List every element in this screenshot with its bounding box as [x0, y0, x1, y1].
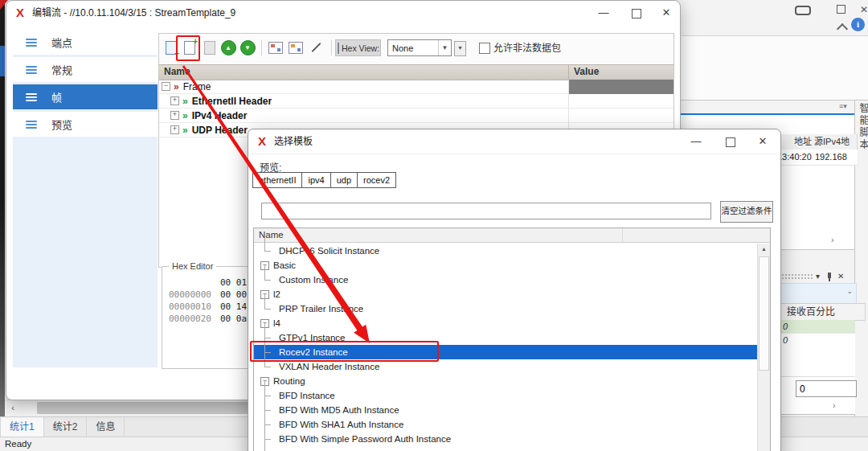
- template-item[interactable]: BFD Instance: [254, 388, 758, 403]
- vertical-scrollbar[interactable]: ▲: [757, 244, 770, 451]
- hex-view-select[interactable]: None ▼: [387, 39, 452, 56]
- template-item[interactable]: [254, 446, 758, 451]
- addr-column-header[interactable]: 地址: [776, 134, 815, 150]
- tree-line: [264, 403, 275, 417]
- template-item[interactable]: PRP Trailer Instance: [254, 301, 758, 316]
- smart-script-side-tab[interactable]: 智能脚本: [857, 103, 868, 151]
- src-ipv4-column-header[interactable]: 源IPv4地: [812, 134, 858, 150]
- titlebar[interactable]: X 编辑流 - //10.0.11.104/3/15 : StreamTempl…: [6, 1, 680, 25]
- recv-row[interactable]: 0: [776, 320, 855, 334]
- move-down-button[interactable]: ▼: [239, 38, 256, 57]
- recv-value-input[interactable]: [796, 380, 857, 397]
- expander-icon[interactable]: +: [170, 125, 179, 134]
- insert-template-button[interactable]: +: [181, 38, 199, 57]
- value-column-header[interactable]: Value: [568, 65, 674, 80]
- maximize-button[interactable]: [632, 9, 641, 18]
- hex-view-value: None: [388, 43, 438, 53]
- add-header-button[interactable]: +: [162, 38, 180, 57]
- allow-invalid-checkbox[interactable]: [479, 43, 490, 54]
- combo-extra-button[interactable]: ▼: [454, 41, 466, 56]
- template-item-label: DHCPv6 Solicit Instance: [279, 246, 379, 256]
- app-left-accent: [0, 46, 5, 76]
- show-fields-button[interactable]: [287, 38, 305, 57]
- dock-menu-icon[interactable]: ▾: [816, 272, 820, 281]
- sidebar-item-2[interactable]: 常规: [13, 57, 158, 82]
- pin-icon[interactable]: [828, 273, 831, 278]
- app-minimize-button[interactable]: [795, 6, 811, 15]
- bottom-tab-1[interactable]: 统计1: [0, 417, 44, 437]
- hex-offset: 00000020: [169, 313, 220, 325]
- app-logo-icon: X: [16, 1, 24, 25]
- dialog-title: 选择模板: [274, 129, 313, 154]
- dialog-titlebar[interactable]: X 选择模板 — ✕: [248, 129, 780, 154]
- close-button[interactable]: ✕: [654, 1, 678, 25]
- screen: ✕ i ≡▾ 智能脚本 地址 源IPv4地 13:40:20 192.168 ›…: [0, 0, 868, 451]
- scroll-left-button[interactable]: ‹: [6, 401, 19, 415]
- sidebar-item-3[interactable]: 帧: [13, 84, 158, 109]
- template-item[interactable]: Custom Instance: [254, 273, 758, 287]
- tree-row[interactable]: +»EthernetII Header: [159, 94, 674, 109]
- app-close-button[interactable]: ✕: [858, 4, 868, 15]
- template-item[interactable]: BFD With SHA1 Auth Instance: [254, 417, 758, 432]
- expander-icon[interactable]: −: [162, 82, 170, 91]
- template-item[interactable]: BFD With MD5 Auth Instance: [254, 403, 758, 417]
- sidebar-item-1[interactable]: 端点: [13, 30, 158, 55]
- list-header[interactable]: Name: [254, 228, 770, 243]
- value-cell[interactable]: [568, 94, 674, 109]
- template-item[interactable]: BFD With Simple Password Auth Instance: [254, 432, 758, 446]
- template-item-label: VXLAN Header Instance: [279, 362, 379, 371]
- scrollbar-thumb[interactable]: [759, 256, 769, 371]
- template-item[interactable]: −l4: [254, 316, 758, 330]
- dialog-close-button[interactable]: ✕: [751, 129, 775, 154]
- bottom-tab-3[interactable]: 信息: [87, 417, 125, 437]
- tree-line: [264, 446, 275, 451]
- dialog-maximize-button[interactable]: [726, 137, 735, 147]
- hex-rows[interactable]: 0000000000 00 00000001000 14 00000002000…: [169, 289, 257, 325]
- arrow-down-icon: ▼: [240, 40, 256, 55]
- info-icon[interactable]: i: [851, 18, 865, 31]
- tree-line: [264, 273, 275, 287]
- scroll-right-icon[interactable]: ›: [831, 235, 834, 244]
- minimize-button[interactable]: —: [592, 1, 616, 25]
- recv-percent-column-header[interactable]: 接收百分比: [776, 303, 866, 321]
- clear-filter-button[interactable]: 清空过滤条件: [720, 201, 773, 223]
- dialog-minimize-button[interactable]: —: [684, 129, 708, 154]
- collapse-ribbon-icon[interactable]: [837, 23, 848, 35]
- template-item[interactable]: −Routing: [254, 374, 758, 388]
- tree-row[interactable]: +»IPv4 Header: [159, 109, 674, 123]
- move-up-button[interactable]: ▲: [219, 38, 237, 57]
- hex-view-chip[interactable]: Hex View:: [335, 39, 381, 56]
- bottom-tab-2[interactable]: 统计2: [44, 417, 88, 437]
- template-filter-input[interactable]: [261, 203, 711, 219]
- template-item[interactable]: Rocev2 Instance: [254, 345, 758, 359]
- tree-line: [264, 388, 275, 403]
- app-restore-button[interactable]: [837, 5, 845, 14]
- edit-button[interactable]: [307, 38, 325, 57]
- column-filter-icon[interactable]: ≡▾: [839, 102, 847, 110]
- template-item[interactable]: −l2: [254, 287, 758, 301]
- template-item-label: BFD With SHA1 Auth Instance: [279, 420, 403, 429]
- value-cell[interactable]: [568, 80, 674, 94]
- value-cell[interactable]: [568, 109, 674, 123]
- template-item[interactable]: −Basic: [254, 258, 758, 273]
- template-item-label: BFD Instance: [279, 391, 335, 400]
- dock-close-icon[interactable]: ✕: [837, 272, 844, 281]
- expander-icon[interactable]: +: [170, 111, 179, 120]
- tree-line: [264, 345, 275, 359]
- show-preview-button[interactable]: [267, 38, 285, 57]
- scroll-right-icon[interactable]: ›: [833, 400, 836, 410]
- delete-header-button[interactable]: [201, 38, 219, 57]
- menu-icon: [26, 64, 37, 76]
- expander-icon[interactable]: +: [170, 96, 179, 105]
- chevron-down-icon[interactable]: ▼: [438, 40, 451, 55]
- scroll-up-icon[interactable]: ▲: [758, 244, 770, 255]
- template-item-label: Routing: [273, 376, 305, 386]
- template-item[interactable]: DHCPv6 Solicit Instance: [254, 244, 758, 258]
- name-column-header[interactable]: Name: [159, 65, 568, 80]
- template-item[interactable]: GTPv1 Instance: [254, 330, 758, 345]
- sidebar-item-4[interactable]: 预览: [13, 112, 158, 137]
- chevron-down-icon[interactable]: ⌄: [846, 287, 853, 295]
- tree-row[interactable]: −»Frame: [159, 80, 674, 94]
- template-item[interactable]: VXLAN Header Instance: [254, 359, 758, 374]
- frame-toolbar: + + ▲ ▼ Hex View: None ▼ ▼: [159, 34, 674, 64]
